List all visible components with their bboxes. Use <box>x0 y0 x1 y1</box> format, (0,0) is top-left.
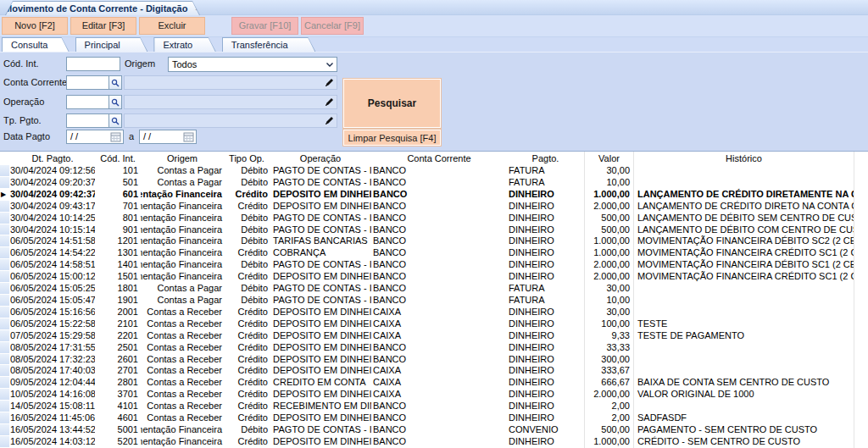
grid-header-valor[interactable]: Valor <box>585 152 634 165</box>
tp-pgto-display <box>124 113 337 128</box>
grid-row[interactable]: 09/05/2024 12:04:442801Contas a ReceberC… <box>0 377 868 389</box>
row-selector[interactable] <box>0 424 10 436</box>
grid-row[interactable]: 30/04/2024 10:14:25801Movimentação Finan… <box>0 213 868 224</box>
pesquisar-button[interactable]: Pesquisar <box>343 79 441 128</box>
row-selector[interactable] <box>0 365 10 377</box>
limpar-pesquisa-button[interactable]: Limpar Pesquisa [F4] <box>343 130 441 146</box>
row-selector[interactable] <box>0 377 10 389</box>
grid-cell-pagto: DINHEIRO <box>507 271 585 283</box>
grid-header-historico[interactable]: Histórico <box>634 152 854 165</box>
row-selector[interactable] <box>0 165 10 177</box>
grid-row[interactable]: 06/05/2024 14:58:511401Movimentação Fina… <box>0 259 868 271</box>
grid-row[interactable]: 08/05/2024 17:31:552501Contas a ReceberC… <box>0 342 868 354</box>
novo-button[interactable]: Novo [F2] <box>2 17 68 35</box>
grid-row[interactable]: 30/04/2024 09:12:56101Contas a PagarDébi… <box>0 165 868 177</box>
operacao-label: Operação <box>3 95 44 109</box>
row-selector[interactable] <box>0 436 10 448</box>
row-selector[interactable] <box>0 401 10 412</box>
calendar-icon[interactable] <box>183 131 194 142</box>
grid-header-origem[interactable]: Origem <box>141 152 224 165</box>
row-selector[interactable] <box>0 247 10 259</box>
grid-header-conta[interactable]: Conta Corrente <box>371 152 507 165</box>
row-selector[interactable] <box>0 213 10 224</box>
row-selector[interactable] <box>0 342 10 354</box>
grid-cell-dt: 30/04/2024 10:14:25 <box>10 213 95 224</box>
tp-pgto-lookup-button[interactable] <box>109 113 122 128</box>
operacao-lookup-button[interactable] <box>109 95 122 109</box>
grid-row[interactable]: 08/05/2024 17:32:232601Contas a ReceberC… <box>0 354 868 366</box>
data-pagto-to-input[interactable]: / / <box>139 130 197 144</box>
row-selector[interactable] <box>0 271 10 283</box>
tp-pgto-input[interactable] <box>66 113 109 128</box>
grid-row[interactable]: 16/05/2024 13:44:525001Movimentação Fina… <box>0 424 868 436</box>
grid-row[interactable]: 06/05/2024 15:00:121501Movimentação Fina… <box>0 271 868 283</box>
cod-int-input[interactable] <box>66 57 120 71</box>
tab-principal[interactable]: Principal <box>75 37 148 52</box>
grid-header-cod[interactable]: Cód. Int. <box>95 152 141 165</box>
grid-cell-pagto: DINHEIRO <box>507 213 585 224</box>
row-selector[interactable] <box>0 295 10 307</box>
row-selector[interactable] <box>0 177 10 189</box>
pencil-icon[interactable] <box>324 78 334 88</box>
grid-row[interactable]: 16/05/2024 11:45:064601Contas a ReceberC… <box>0 412 868 424</box>
row-selector[interactable] <box>0 201 10 213</box>
operacao-input[interactable] <box>66 95 109 109</box>
grid-row[interactable]: 30/04/2024 09:20:37501Contas a PagarDébi… <box>0 177 868 189</box>
grid-row[interactable]: 06/05/2024 15:05:251801Contas a PagarDéb… <box>0 283 868 295</box>
conta-corrente-lookup-button[interactable] <box>109 75 122 90</box>
row-selector[interactable]: ▶ <box>0 189 10 201</box>
grid-row[interactable]: 30/04/2024 09:43:17701Movimentação Finan… <box>0 201 868 213</box>
grid-cell-valor: 2.000,00 <box>585 389 634 401</box>
grid-header-dt[interactable]: Dt. Pagto. <box>10 152 95 165</box>
close-icon[interactable]: ✕ <box>194 4 201 13</box>
row-selector[interactable] <box>0 259 10 271</box>
row-selector[interactable] <box>0 283 10 295</box>
document-tab[interactable]: Movimento de Conta Corrente - Digitação … <box>5 1 200 15</box>
grid-row[interactable]: 14/05/2024 15:08:114101Contas a ReceberC… <box>0 401 868 412</box>
row-selector[interactable] <box>0 389 10 401</box>
grid-header-operacao[interactable]: Operação <box>270 152 371 165</box>
grid-cell-operacao: TARIFAS BANCARIAS <box>270 235 371 247</box>
row-selector[interactable] <box>0 235 10 247</box>
grid-row[interactable]: 16/05/2024 14:03:125201Movimentação Fina… <box>0 436 868 448</box>
grid-cell-cod: 701 <box>95 201 141 213</box>
row-selector[interactable] <box>0 330 10 342</box>
pencil-icon[interactable] <box>324 97 334 108</box>
grid-row[interactable]: 07/05/2024 15:29:582201Contas a ReceberC… <box>0 330 868 342</box>
grid-cell-cod: 601 <box>95 189 141 201</box>
grid-row[interactable]: 06/05/2024 14:54:221301Movimentação Fina… <box>0 247 868 259</box>
grid-row[interactable]: 08/05/2024 17:40:032701Contas a ReceberC… <box>0 365 868 377</box>
grid-cell-origem: Movimentação Financeira <box>141 436 224 448</box>
cancelar-button[interactable]: Cancelar [F9] <box>301 17 364 35</box>
calendar-icon[interactable] <box>110 131 121 142</box>
tab-extrato[interactable]: Extrato <box>153 37 215 52</box>
row-selector[interactable] <box>0 224 10 236</box>
grid-row[interactable]: 06/05/2024 15:16:562001Contas a ReceberC… <box>0 307 868 318</box>
grid-row[interactable]: ▶30/04/2024 09:42:37601Movimentação Fina… <box>0 189 868 201</box>
origem-select[interactable]: Todos <box>168 57 337 72</box>
excluir-button[interactable]: Excluir <box>139 17 205 35</box>
origem-label: Origem <box>125 57 155 71</box>
row-selector[interactable] <box>0 307 10 318</box>
grid-cell-dt: 16/05/2024 13:44:52 <box>10 424 95 436</box>
row-selector[interactable] <box>0 412 10 424</box>
grid-header-tipo[interactable]: Tipo Op. <box>224 152 270 165</box>
grid-row[interactable]: 06/05/2024 15:22:582101Contas a ReceberC… <box>0 318 868 330</box>
gravar-button[interactable]: Gravar [F10] <box>231 17 298 35</box>
grid-cell-origem: Movimentação Financeira <box>141 259 224 271</box>
conta-corrente-input[interactable] <box>66 75 109 90</box>
tab-transferencia[interactable]: Transferência <box>222 37 316 52</box>
pencil-icon[interactable] <box>324 116 334 126</box>
grid-row[interactable]: 06/05/2024 15:05:471901Contas a PagarDéb… <box>0 295 868 307</box>
grid-cell-conta: BANCO <box>371 342 507 354</box>
grid-cell-pagto: DINHEIRO <box>507 235 585 247</box>
editar-button[interactable]: Editar [F3] <box>70 17 136 35</box>
tab-consulta[interactable]: Consulta <box>2 37 70 52</box>
row-selector[interactable] <box>0 354 10 366</box>
grid-header-pagto[interactable]: Pagto. <box>507 152 585 165</box>
grid-row[interactable]: 10/05/2024 14:16:083701Contas a ReceberC… <box>0 389 868 401</box>
row-selector[interactable] <box>0 318 10 330</box>
grid-row[interactable]: 30/04/2024 10:15:14901Movimentação Finan… <box>0 224 868 236</box>
grid-row[interactable]: 06/05/2024 14:51:581201Movimentação Fina… <box>0 235 868 247</box>
data-pagto-from-input[interactable]: / / <box>66 130 124 144</box>
